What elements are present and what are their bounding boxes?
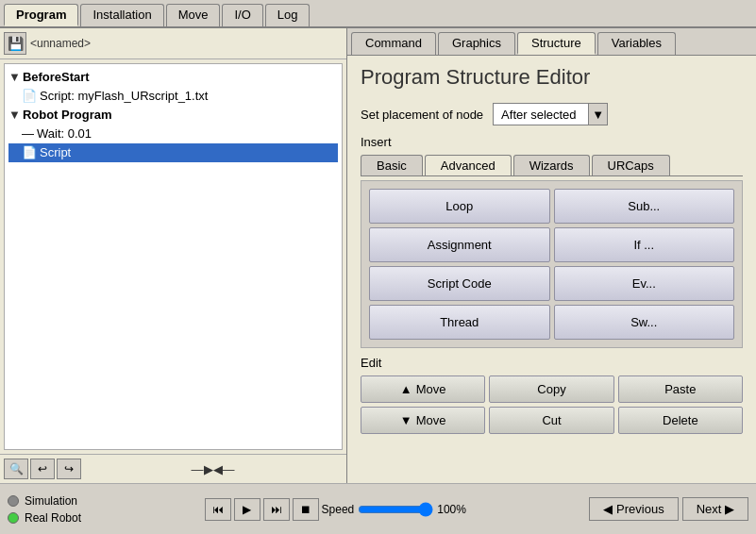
delete-button[interactable]: Delete: [618, 407, 743, 434]
paste-button[interactable]: Paste: [618, 375, 743, 403]
tab-command[interactable]: Command: [351, 32, 436, 55]
search-button[interactable]: 🔍: [4, 459, 28, 479]
up-arrow-icon: ▲: [400, 382, 412, 396]
left-toolbar: 💾 <unnamed>: [0, 28, 346, 59]
simulation-label: Simulation: [25, 494, 77, 508]
tab-variables[interactable]: Variables: [597, 32, 676, 55]
wait-icon: —: [22, 126, 34, 141]
script-code-button[interactable]: Script Code: [369, 266, 550, 301]
left-panel: 💾 <unnamed> ▼BeforeStart 📄Script: myFlas…: [0, 28, 347, 483]
bottom-control-bar: 🔍 ↩ ↪ —▶◀—: [0, 454, 346, 483]
previous-button[interactable]: ◀ Previous: [589, 497, 678, 521]
speed-label: Speed: [322, 503, 355, 516]
speed-value: 100%: [437, 503, 466, 516]
assignment-button[interactable]: Assignment: [369, 227, 550, 262]
speed-slider[interactable]: [358, 502, 433, 517]
edit-section: Edit ▲ Move Copy Paste ▼ Move Cut Delet: [361, 348, 743, 445]
placement-label: Set placement of node: [361, 108, 483, 122]
down-arrow-icon: ▼: [400, 413, 412, 427]
right-content: Program Structure Editor Set placement o…: [347, 56, 756, 483]
thread-button[interactable]: Thread: [369, 305, 550, 340]
tab-log[interactable]: Log: [265, 4, 311, 26]
insert-tab-urcaps[interactable]: URCaps: [592, 155, 670, 175]
transport-start-button[interactable]: ⏮: [205, 498, 231, 521]
next-button[interactable]: Next ▶: [682, 497, 748, 521]
transport-stop-button[interactable]: ⏹: [293, 498, 319, 521]
tab-graphics[interactable]: Graphics: [438, 32, 515, 55]
main-area: 💾 <unnamed> ▼BeforeStart 📄Script: myFlas…: [0, 28, 756, 483]
edit-label: Edit: [361, 356, 743, 370]
tab-installation[interactable]: Installation: [80, 4, 163, 26]
insert-tab-basic[interactable]: Basic: [361, 155, 423, 175]
save-button[interactable]: 💾: [4, 32, 26, 55]
edit-row-1: ▲ Move Copy Paste: [361, 375, 743, 403]
insert-button-grid: Loop Sub... Assignment If ... Script Cod…: [361, 180, 743, 348]
arrow-icon-2: ▼: [8, 108, 21, 122]
tree-item-script1[interactable]: 📄Script: myFlash_URscript_1.txt: [8, 87, 338, 106]
transport-area: ⏮ ▶ ⏭ ⏹ Speed 100%: [205, 498, 466, 521]
undo-button[interactable]: ↩: [30, 459, 55, 479]
script-icon: 📄: [22, 89, 37, 103]
tree-item-robot-program: ▼Robot Program: [8, 106, 338, 125]
tab-io[interactable]: I/O: [222, 4, 262, 26]
copy-button[interactable]: Copy: [489, 375, 613, 403]
app-container: Program Installation Move I/O Log 💾 <unn…: [0, 0, 756, 534]
transport-end-button[interactable]: ⏭: [263, 498, 290, 521]
nav-buttons: ◀ Previous Next ▶: [589, 497, 748, 521]
editor-title: Program Structure Editor: [361, 65, 743, 90]
ev-button[interactable]: Ev...: [554, 266, 735, 301]
status-left: Simulation Real Robot: [8, 494, 81, 525]
real-robot-label: Real Robot: [25, 511, 81, 525]
right-tab-bar: Command Graphics Structure Variables: [347, 28, 756, 56]
tree-item-script-selected[interactable]: 📄Script: [8, 143, 338, 162]
program-tree[interactable]: ▼BeforeStart 📄Script: myFlash_URscript_1…: [4, 63, 343, 450]
transport-symbol: —▶◀—: [83, 462, 343, 476]
cut-button[interactable]: Cut: [489, 407, 613, 434]
sw-button[interactable]: Sw...: [554, 305, 735, 340]
placement-dropdown[interactable]: After selected ▼: [493, 103, 608, 125]
real-robot-dot: [8, 512, 19, 524]
top-tab-bar: Program Installation Move I/O Log: [0, 0, 756, 28]
move-up-button[interactable]: ▲ Move: [361, 375, 485, 403]
loop-button[interactable]: Loop: [369, 189, 550, 224]
tab-program[interactable]: Program: [4, 4, 78, 26]
tab-structure[interactable]: Structure: [517, 32, 596, 55]
insert-tab-advanced[interactable]: Advanced: [425, 155, 512, 175]
simulation-status: Simulation: [8, 494, 81, 508]
if-button[interactable]: If ...: [554, 227, 735, 262]
right-panel: Command Graphics Structure Variables Pro…: [347, 28, 756, 483]
insert-tab-bar: Basic Advanced Wizards URCaps: [361, 155, 743, 176]
real-robot-status: Real Robot: [8, 511, 81, 525]
speed-control: Speed 100%: [322, 502, 466, 517]
move-down-button[interactable]: ▼ Move: [361, 407, 485, 434]
file-label: <unnamed>: [30, 37, 91, 50]
placement-arrow-icon[interactable]: ▼: [588, 104, 607, 125]
insert-tab-wizards[interactable]: Wizards: [513, 155, 590, 175]
redo-button[interactable]: ↪: [57, 459, 81, 479]
script-icon-2: 📄: [22, 145, 37, 159]
sub-button[interactable]: Sub...: [554, 189, 735, 224]
transport-play-button[interactable]: ▶: [234, 498, 260, 521]
edit-row-2: ▼ Move Cut Delete: [361, 407, 743, 434]
insert-label: Insert: [361, 135, 743, 149]
tab-move[interactable]: Move: [166, 4, 221, 26]
placement-row: Set placement of node After selected ▼: [361, 103, 743, 125]
simulation-dot: [8, 495, 19, 507]
tree-item-wait[interactable]: —Wait: 0.01: [8, 125, 338, 143]
arrow-icon: ▼: [8, 70, 21, 84]
tree-item-beforestart: ▼BeforeStart: [8, 68, 338, 87]
status-bar: Simulation Real Robot ⏮ ▶ ⏭ ⏹ Speed 100%…: [0, 483, 756, 534]
placement-value: After selected: [494, 108, 588, 122]
